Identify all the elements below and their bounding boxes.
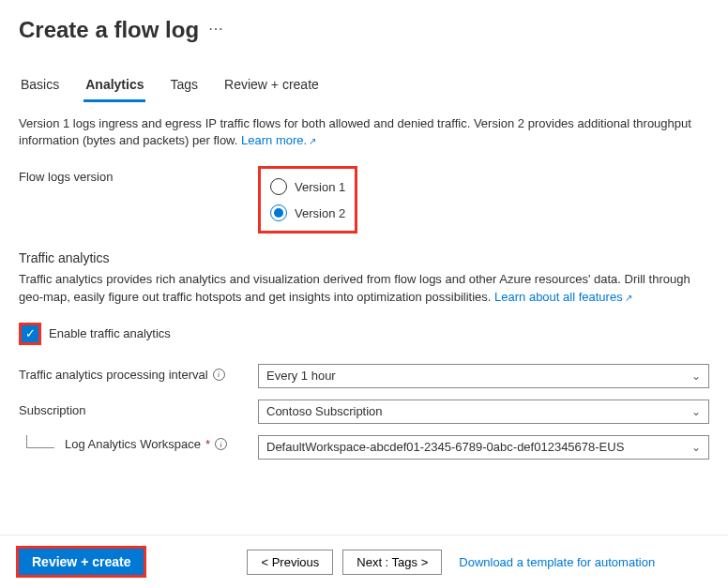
- tab-review-create[interactable]: Review + create: [222, 71, 321, 102]
- page-title: Create a flow log: [19, 17, 199, 43]
- chevron-down-icon: ⌄: [691, 441, 701, 454]
- interval-label: Traffic analytics processing interval: [19, 368, 208, 382]
- radio-label: Version 2: [295, 206, 345, 220]
- radio-label: Version 1: [295, 180, 345, 194]
- external-link-icon: ↗: [625, 292, 632, 305]
- workspace-label: Log Analytics Workspace: [65, 437, 201, 451]
- radio-version-2[interactable]: Version 2: [270, 203, 345, 223]
- subscription-value: Contoso Subscription: [266, 404, 383, 418]
- required-asterisk: *: [205, 437, 210, 451]
- version-description: Version 1 logs ingress and egress IP tra…: [19, 115, 709, 149]
- external-link-icon: ↗: [309, 135, 316, 148]
- flow-logs-version-label: Flow logs version: [19, 166, 258, 184]
- workspace-select[interactable]: DefaultWorkspace-abcdef01-2345-6789-0abc…: [258, 435, 709, 460]
- learn-more-link[interactable]: Learn more.↗: [241, 133, 316, 147]
- previous-button[interactable]: < Previous: [247, 550, 333, 575]
- flow-logs-version-radiogroup: Version 1 Version 2: [258, 166, 357, 234]
- review-create-button[interactable]: Review + create: [19, 549, 144, 575]
- version-description-text: Version 1 logs ingress and egress IP tra…: [19, 116, 691, 147]
- enable-ta-label: Enable traffic analytics: [49, 326, 171, 340]
- indent-connector: [26, 435, 54, 448]
- traffic-analytics-heading: Traffic analytics: [19, 250, 709, 265]
- traffic-analytics-description: Traffic analytics provides rich analytic…: [19, 271, 709, 305]
- footer-bar: Review + create < Previous Next : Tags >…: [0, 535, 728, 588]
- checkmark-icon: ✓: [25, 327, 36, 339]
- download-template-link[interactable]: Download a template for automation: [459, 555, 655, 569]
- chevron-down-icon: ⌄: [691, 369, 701, 383]
- interval-select[interactable]: Every 1 hour ⌄: [258, 364, 709, 388]
- more-icon[interactable]: ⋯: [208, 20, 224, 41]
- next-button[interactable]: Next : Tags >: [342, 550, 442, 575]
- interval-value: Every 1 hour: [266, 369, 336, 383]
- info-icon[interactable]: i: [215, 438, 227, 450]
- enable-ta-checkbox[interactable]: ✓: [22, 325, 38, 342]
- learn-features-link[interactable]: Learn about all features↗: [494, 290, 632, 304]
- radio-icon: [270, 204, 287, 221]
- radio-version-1[interactable]: Version 1: [270, 176, 345, 197]
- tab-basics[interactable]: Basics: [19, 71, 61, 102]
- tab-tags[interactable]: Tags: [168, 71, 200, 102]
- tab-bar: Basics Analytics Tags Review + create: [0, 71, 728, 102]
- info-icon[interactable]: i: [213, 369, 225, 381]
- enable-ta-highlight: ✓: [19, 323, 41, 345]
- tab-analytics[interactable]: Analytics: [83, 71, 145, 102]
- workspace-value: DefaultWorkspace-abcdef01-2345-6789-0abc…: [266, 440, 624, 454]
- radio-icon: [270, 178, 287, 195]
- chevron-down-icon: ⌄: [691, 405, 701, 418]
- subscription-select[interactable]: Contoso Subscription ⌄: [258, 400, 709, 424]
- subscription-label: Subscription: [19, 403, 86, 417]
